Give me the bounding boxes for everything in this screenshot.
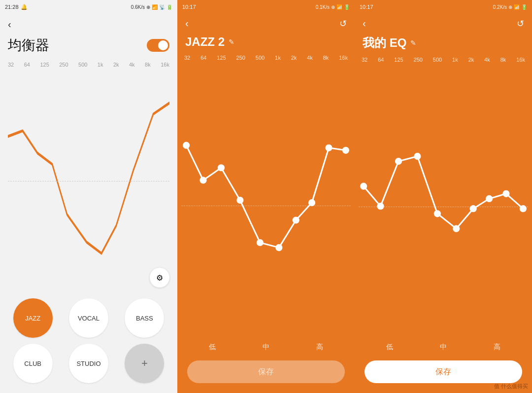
time-1: 21:28 bbox=[5, 4, 19, 10]
eq-chart-1: ⚙ bbox=[8, 70, 169, 292]
svg-point-6 bbox=[293, 216, 299, 223]
orange-header-2: ‹ ↺ bbox=[177, 14, 355, 33]
battery-icon-3: 🔋 bbox=[521, 4, 527, 10]
edit-icon-3[interactable]: ✎ bbox=[410, 39, 416, 47]
svg-point-2 bbox=[218, 164, 225, 171]
svg-point-5 bbox=[275, 244, 282, 251]
back-button-1[interactable]: ‹ bbox=[8, 19, 11, 30]
status-bar-1: 21:28 🔔 0.6K/s ⊕ 📶 📡 🔋 bbox=[0, 0, 177, 14]
svg-point-15 bbox=[453, 225, 460, 232]
eq-name-2: JAZZ 2 bbox=[185, 35, 225, 49]
svg-point-3 bbox=[236, 197, 243, 204]
refresh-icon-2[interactable]: ↺ bbox=[339, 18, 347, 29]
svg-point-12 bbox=[395, 158, 402, 165]
panel1-header: ‹ bbox=[0, 14, 177, 33]
bluetooth-icon-2: ⊕ bbox=[331, 4, 335, 10]
network-speed-3: 0.2K/s bbox=[493, 4, 507, 10]
preset-grid: JAZZ VOCAL BASS CLUB STUDIO + bbox=[0, 292, 177, 393]
svg-point-17 bbox=[486, 195, 493, 202]
refresh-icon-3[interactable]: ↺ bbox=[517, 18, 524, 29]
svg-point-0 bbox=[183, 142, 190, 149]
save-button-3[interactable]: 保存 bbox=[365, 360, 522, 383]
svg-point-10 bbox=[360, 183, 367, 190]
svg-point-13 bbox=[414, 153, 421, 160]
bluetooth-icon: ⊕ bbox=[146, 4, 150, 10]
eq-toggle[interactable] bbox=[147, 39, 169, 52]
eq-chart-3[interactable] bbox=[359, 64, 528, 339]
back-button-2[interactable]: ‹ bbox=[185, 18, 189, 29]
preset-vocal[interactable]: VOCAL bbox=[69, 298, 108, 338]
panel-equalizer: 21:28 🔔 0.6K/s ⊕ 📶 📡 🔋 ‹ 均衡器 32 64 125 2… bbox=[0, 0, 177, 393]
signal-icon-2: 📶 bbox=[336, 4, 342, 10]
save-btn-area-2: 保存 bbox=[177, 356, 355, 393]
svg-point-4 bbox=[257, 239, 264, 246]
wifi-icon-1: 📡 bbox=[159, 4, 165, 10]
freq-labels-2: 32 64 125 250 500 1k 2k 4k 8k 16k bbox=[177, 54, 355, 62]
preset-add[interactable]: + bbox=[125, 344, 164, 383]
page-title-1: 均衡器 bbox=[8, 36, 49, 55]
watermark: 值 什么值得买 bbox=[494, 383, 528, 390]
network-speed-2: 0.1K/s bbox=[316, 4, 330, 10]
svg-point-11 bbox=[377, 203, 384, 210]
eq-name-row-3: 我的 EQ ✎ bbox=[355, 33, 532, 56]
edit-icon-2[interactable]: ✎ bbox=[229, 38, 234, 46]
back-button-3[interactable]: ‹ bbox=[363, 18, 366, 29]
preset-jazz[interactable]: JAZZ bbox=[13, 298, 53, 338]
time-3: 10:17 bbox=[360, 4, 373, 10]
save-button-2[interactable]: 保存 bbox=[187, 360, 345, 383]
eq-chart-2[interactable] bbox=[181, 62, 351, 339]
eq-name-row-2: JAZZ 2 ✎ bbox=[177, 33, 355, 54]
status-bar-3: 10:17 0.2K/s ⊕ 📶 🔋 bbox=[355, 0, 532, 14]
panel-my-eq: 10:17 0.2K/s ⊕ 📶 🔋 ‹ ↺ 我的 EQ ✎ 32 64 125… bbox=[355, 0, 532, 393]
network-speed-1: 0.6K/s bbox=[131, 4, 145, 10]
svg-point-18 bbox=[502, 190, 509, 197]
range-labels-3: 低 中 高 bbox=[355, 339, 532, 356]
notification-icon: 🔔 bbox=[21, 4, 28, 10]
panel-jazz2: 10:17 0.1K/s ⊕ 📶 🔋 ‹ ↺ JAZZ 2 ✎ 32 64 12… bbox=[177, 0, 355, 393]
battery-icon-1: 🔋 bbox=[166, 4, 172, 10]
freq-labels-3: 32 64 125 250 500 1k 2k 4k 8k 16k bbox=[355, 56, 532, 64]
preset-bass[interactable]: BASS bbox=[125, 298, 164, 338]
title-row-1: 均衡器 bbox=[0, 33, 177, 60]
preset-studio[interactable]: STUDIO bbox=[69, 344, 108, 383]
svg-point-1 bbox=[200, 177, 206, 183]
signal-icon-3: 📶 bbox=[514, 4, 520, 10]
bluetooth-icon-3: ⊕ bbox=[508, 4, 512, 10]
eq-name-3: 我的 EQ bbox=[363, 35, 406, 51]
time-2: 10:17 bbox=[182, 4, 196, 10]
freq-labels-1: 32 64 125 250 500 1k 2k 4k 8k 16k bbox=[0, 60, 177, 70]
range-labels-2: 低 中 高 bbox=[177, 339, 355, 356]
gear-icon: ⚙ bbox=[156, 273, 163, 283]
svg-point-14 bbox=[434, 210, 441, 217]
preset-club[interactable]: CLUB bbox=[13, 344, 53, 383]
battery-icon-2: 🔋 bbox=[344, 4, 350, 10]
status-bar-2: 10:17 0.1K/s ⊕ 📶 🔋 bbox=[177, 0, 355, 14]
gear-button[interactable]: ⚙ bbox=[150, 268, 169, 287]
svg-point-9 bbox=[342, 147, 349, 154]
orange-header-3: ‹ ↺ bbox=[355, 14, 532, 33]
svg-point-8 bbox=[325, 144, 332, 151]
svg-point-7 bbox=[308, 199, 315, 206]
signal-icon-1: 📶 bbox=[152, 4, 158, 10]
